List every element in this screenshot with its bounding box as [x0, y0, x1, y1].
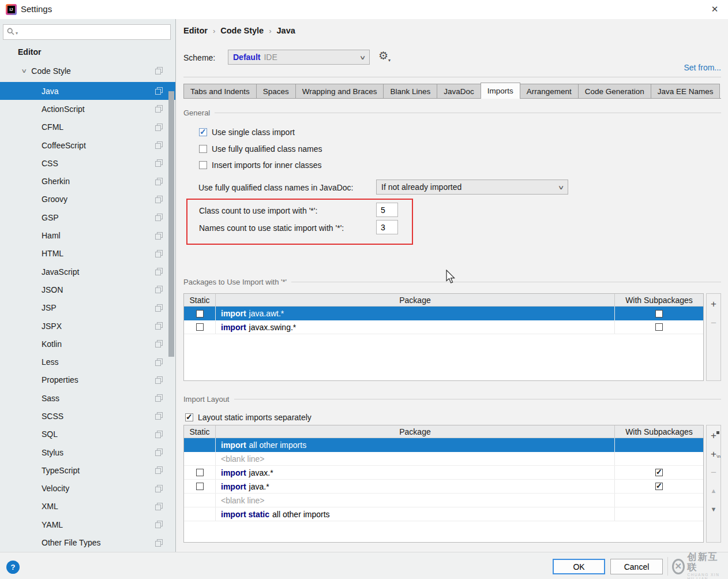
add-package-entry-button[interactable]: + [708, 430, 719, 440]
checkbox-use-fully-qualified-class-names[interactable] [199, 145, 207, 153]
javadoc-fqn-select[interactable]: If not already imported ∨ [376, 180, 568, 195]
tab-tabs-and-indents[interactable]: Tabs and Indents [183, 84, 257, 99]
sidebar-item-code-style[interactable]: ∨ Code Style [0, 62, 175, 80]
ok-button[interactable]: OK [553, 559, 605, 574]
sidebar-item-velocity[interactable]: Velocity [0, 480, 175, 498]
breadcrumb: Editor›Code Style›Java [183, 26, 295, 35]
sidebar-item-jspx[interactable]: JSPX [0, 317, 175, 335]
sidebar-item-label: Properties [42, 375, 155, 384]
sidebar-scrollbar[interactable] [168, 91, 174, 357]
layout-row-java[interactable]: importjava.* [184, 480, 703, 494]
duplicate-settings-icon [155, 268, 163, 275]
search-input[interactable] [19, 27, 170, 38]
class-count-input[interactable] [376, 203, 398, 217]
sidebar-item-scss[interactable]: SCSS [0, 407, 175, 425]
package-row-javax-swing[interactable]: importjavax.swing.* [184, 320, 703, 334]
with-subpackages-cell [615, 507, 703, 521]
layout-static-imports-checkbox[interactable] [185, 413, 193, 421]
layout-row-all-other-imports[interactable]: importall other imports [184, 438, 703, 452]
package-cell: importjava.* [216, 480, 615, 493]
code-style-tabs: Tabs and IndentsSpacesWrapping and Brace… [183, 83, 720, 99]
chevron-down-icon: ∨ [557, 184, 564, 190]
with-subpackages-checkbox[interactable] [655, 483, 663, 490]
tab-blank-lines[interactable]: Blank Lines [383, 84, 437, 99]
move-down-button[interactable]: ▼ [708, 504, 719, 514]
duplicate-settings-icon [155, 232, 163, 240]
add-blank-line-button[interactable]: +\n [708, 449, 719, 459]
sidebar-item-editor[interactable]: Editor [18, 47, 41, 57]
tab-spaces[interactable]: Spaces [256, 84, 296, 99]
sidebar-item-label: HTML [42, 249, 155, 258]
sidebar-item-less[interactable]: Less [0, 353, 175, 371]
search-options-caret-icon[interactable]: ▾ [16, 31, 18, 36]
set-from-link[interactable]: Set from... [684, 63, 721, 72]
layout-static-imports-option[interactable]: Layout static imports separately [185, 413, 312, 422]
sidebar-item-properties[interactable]: Properties [0, 371, 175, 389]
sidebar-item-xml[interactable]: XML [0, 498, 175, 516]
sidebar-item-html[interactable]: HTML [0, 245, 175, 263]
duplicate-settings-icon [155, 521, 163, 528]
static-checkbox[interactable] [196, 469, 204, 476]
layout-row-blank-line[interactable]: <blank line> [184, 494, 703, 507]
sidebar-item-coffeescript[interactable]: CoffeeScript [0, 136, 175, 154]
layout-row-all-other-imports[interactable]: import staticall other imports [184, 507, 703, 521]
checkbox-use-single-class-import[interactable] [199, 128, 207, 136]
packages-table-toolbar: + − [706, 293, 721, 381]
tab-arrangement[interactable]: Arrangement [520, 84, 579, 99]
sidebar-item-other-file-types[interactable]: Other File Types [0, 533, 175, 551]
sidebar-item-css[interactable]: CSS [0, 154, 175, 172]
help-button[interactable]: ? [6, 561, 20, 574]
duplicate-settings-icon [155, 159, 163, 167]
option-use-single-class-import[interactable]: Use single class import [199, 126, 295, 138]
sidebar-item-groovy[interactable]: Groovy [0, 190, 175, 208]
static-checkbox[interactable] [196, 323, 204, 331]
names-count-input[interactable] [376, 220, 398, 234]
scheme-actions-gear-icon[interactable]: ⚙▾ [378, 49, 391, 63]
layout-row-blank-line[interactable]: <blank line> [184, 452, 703, 466]
window-title: Settings [21, 4, 52, 14]
close-icon[interactable]: ✕ [708, 4, 721, 16]
with-subpackages-checkbox[interactable] [655, 323, 663, 331]
sidebar-item-gsp[interactable]: GSP [0, 208, 175, 226]
static-checkbox[interactable] [196, 310, 204, 317]
tab-javadoc[interactable]: JavaDoc [437, 84, 481, 99]
tab-java-ee-names[interactable]: Java EE Names [651, 84, 721, 99]
sidebar-item-yaml[interactable]: YAML [0, 516, 175, 533]
tab-imports[interactable]: Imports [481, 83, 520, 99]
sidebar-item-cfml[interactable]: CFML [0, 118, 175, 136]
static-checkbox[interactable] [196, 483, 204, 490]
with-subpackages-checkbox[interactable] [655, 469, 663, 476]
static-cell [184, 480, 216, 493]
tab-wrapping-and-braces[interactable]: Wrapping and Braces [295, 84, 384, 99]
tab-code-generation[interactable]: Code Generation [578, 84, 651, 99]
option-insert-imports-for-inner-classes[interactable]: Insert imports for inner classes [199, 159, 322, 171]
sidebar-item-javascript[interactable]: JavaScript [0, 263, 175, 281]
cancel-button[interactable]: Cancel [610, 559, 663, 574]
sidebar-item-sql[interactable]: SQL [0, 425, 175, 443]
search-field[interactable]: ▾ [3, 24, 171, 40]
scheme-select[interactable]: Default IDE ∨ [228, 50, 370, 65]
layout-row-javax[interactable]: importjavax.* [184, 466, 703, 480]
sidebar-item-java[interactable]: Java [0, 82, 175, 100]
sidebar-item-typescript[interactable]: TypeScript [0, 461, 175, 479]
with-subpackages-checkbox[interactable] [655, 310, 663, 317]
sidebar-item-actionscript[interactable]: ActionScript [0, 100, 175, 118]
sidebar-item-kotlin[interactable]: Kotlin [0, 335, 175, 353]
sidebar-item-jsp[interactable]: JSP [0, 299, 175, 317]
sidebar-item-stylus[interactable]: Stylus [0, 443, 175, 461]
chevron-expanded-icon[interactable]: ∨ [21, 68, 27, 74]
sidebar-item-sass[interactable]: Sass [0, 389, 175, 407]
option-use-fully-qualified-class-names[interactable]: Use fully qualified class names [199, 143, 322, 155]
package-name: javax.* [249, 468, 273, 477]
checkbox-insert-imports-for-inner-classes[interactable] [199, 161, 207, 169]
sidebar-item-json[interactable]: JSON [0, 281, 175, 298]
title-bar: IJ Settings ✕ [0, 0, 728, 19]
add-package-button[interactable]: + [708, 298, 719, 309]
duplicate-settings-icon [155, 358, 163, 366]
sidebar-item-haml[interactable]: Haml [0, 226, 175, 244]
remove-entry-button[interactable]: − [708, 467, 719, 477]
remove-package-button[interactable]: − [708, 317, 719, 328]
move-up-button[interactable]: ▲ [708, 485, 719, 496]
sidebar-item-gherkin[interactable]: Gherkin [0, 172, 175, 190]
package-row-java-awt[interactable]: importjava.awt.* [184, 307, 703, 320]
